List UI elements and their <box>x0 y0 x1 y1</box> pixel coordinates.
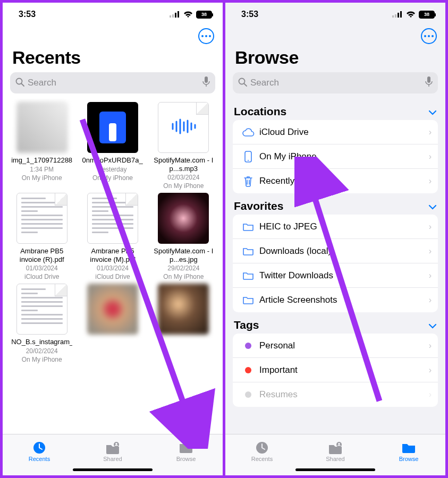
file-item[interactable]: SpotifyMate.com - I p...es.jpg 29/02/202… <box>150 193 217 280</box>
tag-important[interactable]: Important › <box>233 358 438 382</box>
row-label: Important <box>256 365 429 375</box>
more-button[interactable] <box>198 28 214 44</box>
tab-recents[interactable]: Recents <box>225 434 299 468</box>
file-location: On My iPhone <box>163 182 204 190</box>
battery-icon: 38 <box>196 11 212 19</box>
svg-point-31 <box>338 443 340 445</box>
file-thumbnail <box>87 284 138 335</box>
file-time: Yesterday <box>99 166 127 173</box>
page-title: Recents <box>3 44 223 72</box>
row-label: HEIC to JPEG <box>256 221 429 232</box>
tab-label: Recents <box>251 456 273 462</box>
file-item[interactable]: img_1_1709712288877.jpg 1:34 PM On My iP… <box>8 102 75 190</box>
trash-icon <box>240 175 256 187</box>
browse-icon <box>178 441 194 455</box>
mic-icon[interactable] <box>202 76 210 89</box>
shared-icon <box>105 441 121 455</box>
file-name: img_1_1709712288877.jpg <box>11 156 72 165</box>
tab-label: Browse <box>399 456 419 462</box>
file-thumbnail <box>87 102 138 153</box>
svg-rect-1 <box>172 14 174 18</box>
favorite-article-screenshots[interactable]: Article Screenshots › <box>233 288 438 312</box>
svg-line-5 <box>22 83 24 86</box>
row-label: Article Screenshots <box>256 295 429 305</box>
file-location: On My iPhone <box>22 174 62 182</box>
chevron-right-icon: › <box>429 246 432 256</box>
status-time: 3:53 <box>19 10 36 19</box>
status-bar: 3:53 38 <box>3 3 223 26</box>
search-input[interactable]: Search <box>233 72 438 93</box>
mic-icon[interactable] <box>425 76 433 89</box>
home-indicator[interactable] <box>295 468 375 471</box>
file-location: iCloud Drive <box>24 273 59 280</box>
file-thumbnail <box>158 193 209 244</box>
file-item[interactable]: Ambrane PB5 invoice (M).pdf 01/03/2024 i… <box>79 193 146 280</box>
recents-icon <box>254 441 270 455</box>
file-name: SpotifyMate.com - I p...s.mp3 <box>153 156 214 173</box>
chevron-down-icon <box>428 200 437 212</box>
folder-icon <box>240 222 256 232</box>
svg-rect-19 <box>392 15 394 18</box>
file-time: 01/03/2024 <box>97 264 129 272</box>
svg-rect-20 <box>395 14 396 18</box>
file-item[interactable]: 0nmFoPxURDB7a_ra.mp4 Yesterday On My iPh… <box>79 102 146 190</box>
home-indicator[interactable] <box>73 468 153 471</box>
file-thumbnail <box>16 193 67 244</box>
tag-dot-icon <box>240 343 256 349</box>
wifi-icon <box>406 11 416 18</box>
svg-point-23 <box>239 78 245 84</box>
chevron-right-icon: › <box>429 222 432 232</box>
shared-icon <box>327 441 343 455</box>
section-header-favorites[interactable]: Favorites <box>225 193 445 215</box>
file-location: iCloud Drive <box>95 273 130 280</box>
favorite-downloads-local[interactable]: Downloads (local) › <box>233 239 438 263</box>
tag-dot-icon <box>240 391 256 398</box>
file-time: 01/03/2024 <box>26 264 58 272</box>
tab-label: Browse <box>176 456 196 462</box>
file-time: 02/03/2024 <box>167 174 199 181</box>
svg-rect-6 <box>205 76 208 83</box>
chevron-right-icon: › <box>429 341 432 351</box>
browse-icon <box>401 441 417 455</box>
favorite-heic-to-jpeg[interactable]: HEIC to JPEG › <box>233 215 438 239</box>
tab-recents[interactable]: Recents <box>3 434 76 468</box>
recents-screen: 3:53 38 Recents Search <box>3 3 223 475</box>
file-location: On My iPhone <box>22 356 62 363</box>
tab-shared[interactable]: Shared <box>76 434 149 468</box>
row-label: Twitter Downloads <box>256 270 429 281</box>
file-item[interactable]: Ambrane PB5 invoice (R).pdf 01/03/2024 i… <box>8 193 75 280</box>
location-icloud-drive[interactable]: iCloud Drive › <box>233 120 438 144</box>
svg-rect-2 <box>175 13 176 18</box>
tab-label: Recents <box>29 456 50 462</box>
row-label: Personal <box>256 340 429 351</box>
tab-shared[interactable]: Shared <box>299 434 372 468</box>
svg-rect-25 <box>427 76 430 83</box>
battery-icon: 38 <box>419 11 435 19</box>
favorite-twitter-downloads[interactable]: Twitter Downloads › <box>233 263 438 288</box>
folder-icon <box>240 246 256 256</box>
file-name: Ambrane PB5 invoice (M).pdf <box>82 247 143 263</box>
file-time: 1:34 PM <box>30 166 54 173</box>
svg-rect-3 <box>177 11 179 18</box>
chevron-right-icon: › <box>429 295 432 305</box>
section-header-tags[interactable]: Tags <box>225 312 445 334</box>
chevron-down-icon <box>428 319 437 331</box>
more-button[interactable] <box>421 28 437 44</box>
file-item[interactable]: NO_B.s_instagram_o...e_.pdf 20/02/2024 O… <box>8 284 75 363</box>
file-thumbnail <box>16 102 67 153</box>
section-header-locations[interactable]: Locations <box>225 99 445 120</box>
file-time: 20/02/2024 <box>26 347 58 355</box>
file-name: SpotifyMate.com - I p...es.jpg <box>153 247 214 263</box>
search-input[interactable]: Search <box>10 72 215 93</box>
wifi-icon <box>183 11 193 18</box>
location-recently-deleted[interactable]: Recently Deleted › <box>233 169 438 193</box>
file-item[interactable] <box>150 284 217 363</box>
tag-personal[interactable]: Personal › <box>233 334 438 358</box>
tag-resumes[interactable]: Resumes › <box>233 382 438 407</box>
file-item[interactable]: SpotifyMate.com - I p...s.mp3 02/03/2024… <box>150 102 217 190</box>
tab-browse[interactable]: Browse <box>372 434 445 468</box>
location-on-my-iphone[interactable]: On My iPhone › <box>233 144 438 169</box>
tab-browse[interactable]: Browse <box>149 434 223 468</box>
file-item[interactable] <box>79 284 146 363</box>
status-time: 3:53 <box>241 10 258 19</box>
